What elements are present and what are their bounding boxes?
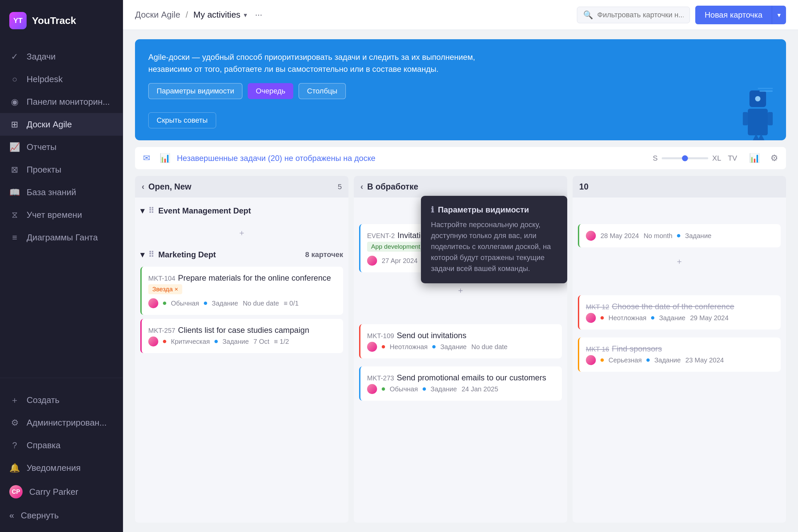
sidebar-item-label: Панели мониторин... bbox=[26, 97, 110, 107]
dept-header-marketing[interactable]: ▾ ⠿ Marketing Dept 8 карточек bbox=[140, 247, 343, 263]
collapse-button[interactable]: « Свернуть bbox=[0, 505, 123, 527]
priority-dot bbox=[382, 345, 385, 348]
card-id: MKT-109 bbox=[367, 332, 394, 340]
column-in-progress: ‹ В обработке EVENT-2 Invitations З bbox=[354, 176, 567, 523]
marketing-count: 8 карточек bbox=[305, 250, 343, 259]
more-options-icon[interactable]: ··· bbox=[255, 10, 262, 20]
svg-rect-8 bbox=[758, 88, 773, 89]
task-type: Задание bbox=[431, 385, 457, 393]
sidebar-item-tasks[interactable]: ✓ Задачи bbox=[0, 45, 123, 68]
sidebar-item-knowledge[interactable]: 📖 База знаний bbox=[0, 181, 123, 204]
chart-view-icon[interactable]: 📊 bbox=[749, 153, 760, 163]
dropdown-icon[interactable]: ▾ bbox=[244, 11, 247, 19]
avatar: CP bbox=[9, 485, 23, 498]
column-body-third: 28 May 2024 No month Задание ＋ bbox=[573, 197, 786, 523]
header: Доски Agile / My activities ▾ ··· 🔍 Нова… bbox=[123, 0, 798, 30]
banner-text: Agile-доски — удобный способ приоритизир… bbox=[148, 51, 514, 75]
size-s-label: S bbox=[653, 154, 658, 163]
spacer2 bbox=[578, 275, 781, 291]
dept-drag-icon: ⠿ bbox=[148, 206, 154, 215]
sidebar-item-time[interactable]: ⧖ Учет времени bbox=[0, 204, 123, 226]
slider-track[interactable] bbox=[662, 157, 708, 159]
hide-tips-btn[interactable]: Скрыть советы bbox=[148, 112, 216, 128]
sidebar-item-notifications[interactable]: 🔔 Уведомления bbox=[0, 457, 123, 479]
tag-appdev[interactable]: App development × bbox=[367, 242, 430, 252]
breadcrumb-agile[interactable]: Доски Agile bbox=[135, 10, 180, 20]
task-type: Задание bbox=[440, 343, 467, 351]
column-chevron[interactable]: ‹ bbox=[360, 182, 363, 191]
sidebar-item-label: Создать bbox=[26, 395, 59, 405]
sidebar-item-helpdesk[interactable]: ○ Helpdesk bbox=[0, 68, 123, 91]
settings-icon[interactable]: ⚙ bbox=[771, 153, 778, 163]
help-icon: ? bbox=[9, 440, 20, 451]
create-icon: ＋ bbox=[9, 395, 20, 405]
helpdesk-icon: ○ bbox=[9, 74, 20, 84]
add-card-event-col3[interactable]: ＋ bbox=[578, 251, 781, 271]
add-card-event-col2[interactable]: ＋ bbox=[359, 280, 562, 300]
dept-name-marketing: Marketing Dept bbox=[158, 250, 216, 259]
card-title: Send promotional emails to our customers bbox=[397, 373, 546, 382]
card-id: EVENT-2 bbox=[367, 232, 395, 240]
card-mkt-257: MKT-257 Clients list for case studies ca… bbox=[140, 319, 343, 353]
sidebar-item-label: Справка bbox=[26, 440, 60, 451]
card-meta: Критическая Задание 7 Oct ≡ 1/2 bbox=[148, 337, 337, 346]
banner-illustration bbox=[706, 39, 773, 140]
tag[interactable]: Звезда × bbox=[148, 284, 182, 294]
task-type: Задание bbox=[654, 357, 681, 364]
email-icon: ✉ bbox=[143, 153, 150, 163]
tooltip-header: ℹ Параметры видимости bbox=[431, 205, 557, 214]
card-tags: Звезда × bbox=[148, 284, 337, 294]
sidebar-item-projects[interactable]: ⊠ Проекты bbox=[0, 158, 123, 181]
column-chevron[interactable]: ‹ bbox=[141, 182, 144, 191]
priority-label: Критическая bbox=[171, 338, 210, 345]
column-count-open-new: 5 bbox=[338, 183, 342, 191]
sidebar-item-monitoring[interactable]: ◉ Панели мониторин... bbox=[0, 91, 123, 113]
card-mkt-109: MKT-109 Send out invitations Неотложная … bbox=[359, 324, 562, 358]
board-columns: ‹ Open, New 5 ▾ ⠿ Event Management Dept … bbox=[135, 176, 786, 523]
sidebar-item-admin[interactable]: ⚙ Администрирован... bbox=[0, 411, 123, 434]
priority-label: Обычная bbox=[390, 385, 418, 393]
card-id: MKT-16 bbox=[586, 345, 609, 353]
size-slider[interactable]: S XL TV bbox=[653, 154, 737, 163]
date: 28 May 2024 bbox=[601, 232, 639, 240]
svg-point-1 bbox=[755, 96, 760, 101]
svg-rect-7 bbox=[759, 91, 773, 92]
search-box[interactable]: 🔍 bbox=[577, 7, 690, 23]
status-text[interactable]: Незавершенные задачи (20) не отображены … bbox=[177, 154, 646, 163]
search-input[interactable] bbox=[597, 11, 684, 19]
due-date: No due date bbox=[243, 300, 279, 307]
sidebar-item-create[interactable]: ＋ Создать bbox=[0, 389, 123, 411]
columns-btn[interactable]: Столбцы bbox=[299, 83, 345, 99]
bell-icon: 🔔 bbox=[9, 462, 20, 473]
sidebar-item-help[interactable]: ? Справка bbox=[0, 434, 123, 457]
monitoring-icon: ◉ bbox=[9, 96, 20, 107]
sidebar-item-label: Администрирован... bbox=[26, 418, 107, 428]
dept-header-event[interactable]: ▾ ⠿ Event Management Dept bbox=[140, 203, 343, 219]
due-date: 7 Oct bbox=[253, 338, 269, 345]
column-title-open-new: ‹ Open, New bbox=[141, 182, 191, 191]
new-card-dropdown[interactable]: ▾ bbox=[772, 6, 786, 24]
no-month: No month bbox=[644, 232, 673, 240]
task-type: Задание bbox=[212, 300, 238, 307]
column-header-third: 10 bbox=[573, 176, 786, 197]
sidebar-item-label: Диаграммы Ганта bbox=[26, 232, 98, 243]
sidebar-item-reports[interactable]: 📈 Отчеты bbox=[0, 136, 123, 158]
sidebar-item-agile[interactable]: ⊞ Доски Agile bbox=[0, 113, 123, 136]
collapse-label: Свернуть bbox=[21, 510, 58, 521]
tasks-icon: ✓ bbox=[9, 51, 20, 62]
user-profile[interactable]: CP Carry Parker bbox=[0, 479, 123, 505]
card-title: Prepare materials for the online confere… bbox=[178, 273, 331, 283]
new-card-button[interactable]: Новая карточка bbox=[695, 6, 772, 24]
assignee-avatar bbox=[367, 256, 377, 266]
visibility-btn[interactable]: Параметры видимости bbox=[148, 83, 242, 99]
sidebar-bottom: ＋ Создать ⚙ Администрирован... ? Справка… bbox=[0, 383, 123, 532]
logo-area[interactable]: YT YouTrack bbox=[0, 0, 123, 41]
add-card-event-col1[interactable]: ＋ bbox=[140, 223, 343, 243]
card-meta: Неотложная Задание No due date bbox=[367, 342, 555, 352]
sidebar-item-label: Уведомления bbox=[26, 463, 81, 473]
assignee-avatar bbox=[148, 337, 158, 346]
queue-btn[interactable]: Очередь bbox=[248, 83, 293, 99]
reports-icon: 📈 bbox=[9, 141, 20, 152]
card-mkt-104: MKT-104 Prepare materials for the online… bbox=[140, 267, 343, 315]
sidebar-item-gantt[interactable]: ≡ Диаграммы Ганта bbox=[0, 226, 123, 249]
